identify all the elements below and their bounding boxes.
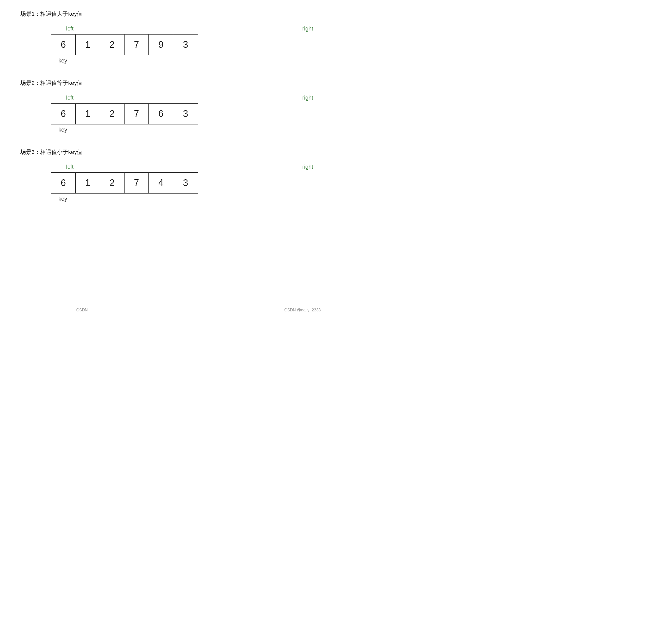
scenario-2-cell-0: 6 — [51, 104, 76, 124]
scenario-2-array: 612763 — [51, 103, 198, 125]
scenario-1-cell-5: 3 — [173, 35, 198, 55]
scenario-2-cell-2: 2 — [100, 104, 125, 124]
scenario-2-key-label: key — [59, 127, 316, 133]
scenario-1-cell-4: 9 — [149, 35, 173, 55]
scenario-1-cell-1: 1 — [76, 35, 100, 55]
scenario-3-cell-5: 3 — [173, 173, 198, 193]
scenario-2-cell-5: 3 — [173, 104, 198, 124]
watermark-left: CSDN — [76, 308, 88, 312]
scenario-2-labels-row: leftright — [51, 94, 316, 101]
scenario-3: 场景3：相遇值小于key值leftright612743key — [20, 148, 316, 202]
scenario-2-cell-3: 7 — [125, 104, 149, 124]
scenario-2-title: 场景2：相遇值等于key值 — [20, 79, 316, 87]
scenario-1-title: 场景1：相遇值大于key值 — [20, 10, 316, 18]
scenario-1-labels-row: leftright — [51, 25, 316, 32]
scenario-1-cell-3: 7 — [125, 35, 149, 55]
scenario-1-array: 612793 — [51, 34, 198, 56]
scenario-1-key-label: key — [59, 58, 316, 64]
scenario-3-cell-0: 6 — [51, 173, 76, 193]
scenario-3-cell-2: 2 — [100, 173, 125, 193]
scenario-2-left-label: left — [66, 94, 74, 101]
scenario-2-cell-4: 6 — [149, 104, 173, 124]
scenario-3-cell-3: 7 — [125, 173, 149, 193]
scenario-1: 场景1：相遇值大于key值leftright612793key — [20, 10, 316, 64]
scenario-1-right-label: right — [302, 25, 313, 32]
scenario-2-right-label: right — [302, 94, 313, 101]
scenario-1-cell-2: 2 — [100, 35, 125, 55]
scenario-2-array-container: leftright612763key — [51, 94, 316, 133]
scenario-3-array: 612743 — [51, 172, 198, 194]
scenario-1-cell-0: 6 — [51, 35, 76, 55]
scenario-3-left-label: left — [66, 163, 74, 170]
watermark-right: CSDN @daily_2333 — [285, 308, 321, 312]
scenario-1-left-label: left — [66, 25, 74, 32]
scenario-3-key-label: key — [59, 196, 316, 202]
scenario-3-cell-4: 4 — [149, 173, 173, 193]
scenario-1-array-container: leftright612793key — [51, 25, 316, 64]
scenario-3-title: 场景3：相遇值小于key值 — [20, 148, 316, 156]
scenario-3-right-label: right — [302, 163, 313, 170]
scenario-3-labels-row: leftright — [51, 163, 316, 170]
scenario-2-cell-1: 1 — [76, 104, 100, 124]
scenario-2: 场景2：相遇值等于key值leftright612763key — [20, 79, 316, 133]
scenario-3-array-container: leftright612743key — [51, 163, 316, 202]
scenario-3-cell-1: 1 — [76, 173, 100, 193]
